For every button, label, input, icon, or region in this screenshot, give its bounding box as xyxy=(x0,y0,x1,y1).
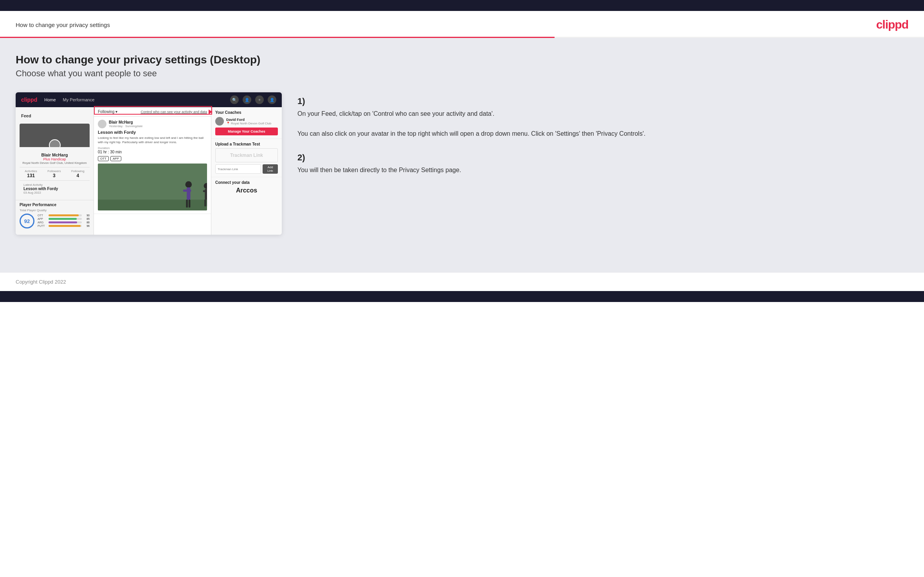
page-heading: How to change your privacy settings (Des… xyxy=(16,54,908,66)
add-link-button[interactable]: Add Link xyxy=(263,164,278,174)
player-performance: Player Performance Total Player Quality … xyxy=(16,200,94,231)
profile-card: Blair McHarg Plus Handicap Royal North D… xyxy=(16,120,94,200)
svg-rect-9 xyxy=(203,191,207,192)
app-nav: clippd Home My Performance 🔍 👤 ＋ 👤 xyxy=(16,92,282,107)
quality-label: Total Player Quality xyxy=(20,209,90,212)
svg-rect-6 xyxy=(189,200,191,208)
following-value: 4 xyxy=(71,173,85,178)
bar-putt: PUTT 96 xyxy=(38,225,90,227)
arccos-logo: Arccos xyxy=(215,187,278,194)
page-subheading: Choose what you want people to see xyxy=(16,68,908,79)
tag-app: APP xyxy=(110,156,121,161)
bar-app: APP 85 xyxy=(38,217,90,220)
activities-label: Activities xyxy=(25,169,37,173)
post-header: Blair McHarg Yesterday · Sunningdale xyxy=(98,120,207,128)
tag-ott: OTT xyxy=(98,156,109,161)
location-icon: 📍 xyxy=(226,122,230,125)
instructions: 1) On your Feed, click/tap on 'Control w… xyxy=(297,92,908,192)
profile-club: Royal North Devon Golf Club, United King… xyxy=(20,161,90,165)
feed-tab[interactable]: Feed xyxy=(16,111,94,120)
duration-value: 01 hr : 30 min xyxy=(98,150,207,154)
instruction-1: 1) On your Feed, click/tap on 'Control w… xyxy=(297,96,908,139)
search-icon[interactable]: 🔍 xyxy=(230,95,239,104)
app-sidebar: Feed Blair McHarg Plus Handicap Royal No… xyxy=(16,107,94,235)
feed-post: Blair McHarg Yesterday · Sunningdale Les… xyxy=(94,117,211,214)
coach-club: 📍 Royal North Devon Golf Club xyxy=(226,122,271,125)
plus-icon[interactable]: ＋ xyxy=(255,95,264,104)
stat-following: Following 4 xyxy=(71,169,85,178)
following-button[interactable]: Following ▾ xyxy=(98,110,117,114)
profile-avatar xyxy=(49,139,61,147)
activities-value: 131 xyxy=(25,173,37,178)
latest-activity: Latest Activity Lesson with Fordy 03 Aug… xyxy=(20,181,90,197)
latest-activity-value: Lesson with Fordy xyxy=(23,187,86,191)
post-date: Yesterday · Sunningdale xyxy=(109,124,142,128)
player-perf-title: Player Performance xyxy=(20,203,90,207)
latest-activity-date: 03 Aug 2022 xyxy=(23,191,86,194)
coach-name: David Ford xyxy=(226,118,271,122)
manage-coaches-button[interactable]: Manage Your Coaches xyxy=(215,128,278,135)
nav-my-performance[interactable]: My Performance xyxy=(63,97,95,102)
app-right-sidebar: Your Coaches David Ford 📍 Royal North De… xyxy=(211,107,282,235)
control-privacy-link[interactable]: Control who can see your activity and da… xyxy=(140,110,207,114)
stats-row: Activities 131 Followers 3 Following 4 xyxy=(20,167,90,181)
trackman-placeholder: Trackman Link xyxy=(220,153,274,158)
svg-rect-10 xyxy=(204,200,206,207)
trackman-input[interactable] xyxy=(215,164,261,174)
bottom-bar xyxy=(0,291,924,302)
footer-text: Copyright Clippd 2022 xyxy=(16,279,66,285)
app-feed: Following ▾ Control who can see your act… xyxy=(94,107,211,235)
svg-rect-3 xyxy=(187,187,190,200)
avatar-icon[interactable]: 👤 xyxy=(268,95,276,104)
trackman-section: Upload a Trackman Test Trackman Link Add… xyxy=(211,139,282,177)
post-body: Looking to feel like my hands are exitin… xyxy=(98,136,207,144)
top-bar xyxy=(0,0,924,11)
feed-header: Following ▾ Control who can see your act… xyxy=(94,107,211,117)
latest-activity-label: Latest Activity xyxy=(23,183,86,187)
post-image-svg xyxy=(98,164,207,210)
footer: Copyright Clippd 2022 xyxy=(0,273,924,291)
nav-icons: 🔍 👤 ＋ 👤 xyxy=(230,95,276,104)
post-author-name: Blair McHarg xyxy=(109,120,142,124)
post-author-avatar xyxy=(98,120,106,128)
user-icon[interactable]: 👤 xyxy=(243,95,251,104)
svg-rect-4 xyxy=(183,190,191,192)
svg-rect-5 xyxy=(186,200,188,208)
app-screenshot: clippd Home My Performance 🔍 👤 ＋ 👤 Feed xyxy=(16,92,282,235)
quality-score: 92 xyxy=(20,214,34,228)
pp-inner: 92 OTT 90 APP 85 xyxy=(20,214,90,228)
coach-row: David Ford 📍 Royal North Devon Golf Club xyxy=(215,117,278,126)
duration-label: Duration xyxy=(98,146,207,150)
post-tags: OTT APP xyxy=(98,156,207,161)
stat-followers: Followers 3 xyxy=(47,169,61,178)
app-body: Feed Blair McHarg Plus Handicap Royal No… xyxy=(16,107,282,235)
instruction-2-number: 2) xyxy=(297,153,908,163)
svg-rect-11 xyxy=(207,200,207,207)
header: How to change your privacy settings clip… xyxy=(0,11,924,37)
connect-title: Connect your data xyxy=(215,180,278,185)
profile-badge: Plus Handicap xyxy=(20,157,90,161)
trackman-box: Trackman Link xyxy=(215,148,278,162)
page-header-title: How to change your privacy settings xyxy=(16,22,110,28)
followers-value: 3 xyxy=(47,173,61,178)
coaches-section: Your Coaches David Ford 📍 Royal North De… xyxy=(211,107,282,139)
instruction-1-text: On your Feed, click/tap on 'Control who … xyxy=(297,109,908,139)
instruction-2-text: You will then be taken directly to the P… xyxy=(297,165,908,175)
stat-activities: Activities 131 xyxy=(25,169,37,178)
bar-ott: OTT 90 xyxy=(38,214,90,217)
post-title: Lesson with Fordy xyxy=(98,130,207,135)
connect-section: Connect your data Arccos xyxy=(211,177,282,197)
following-label: Following xyxy=(71,169,85,173)
profile-name: Blair McHarg xyxy=(20,153,90,157)
instruction-2: 2) You will then be taken directly to th… xyxy=(297,153,908,175)
svg-point-2 xyxy=(186,182,192,188)
instruction-1-number: 1) xyxy=(297,96,908,106)
two-col-layout: clippd Home My Performance 🔍 👤 ＋ 👤 Feed xyxy=(16,92,908,235)
followers-label: Followers xyxy=(47,169,61,173)
coaches-title: Your Coaches xyxy=(215,110,278,115)
logo: clippd xyxy=(876,18,908,31)
trackman-title: Upload a Trackman Test xyxy=(215,142,278,146)
nav-home[interactable]: Home xyxy=(44,97,56,102)
trackman-input-row: Add Link xyxy=(215,164,278,174)
coach-avatar xyxy=(215,117,224,126)
